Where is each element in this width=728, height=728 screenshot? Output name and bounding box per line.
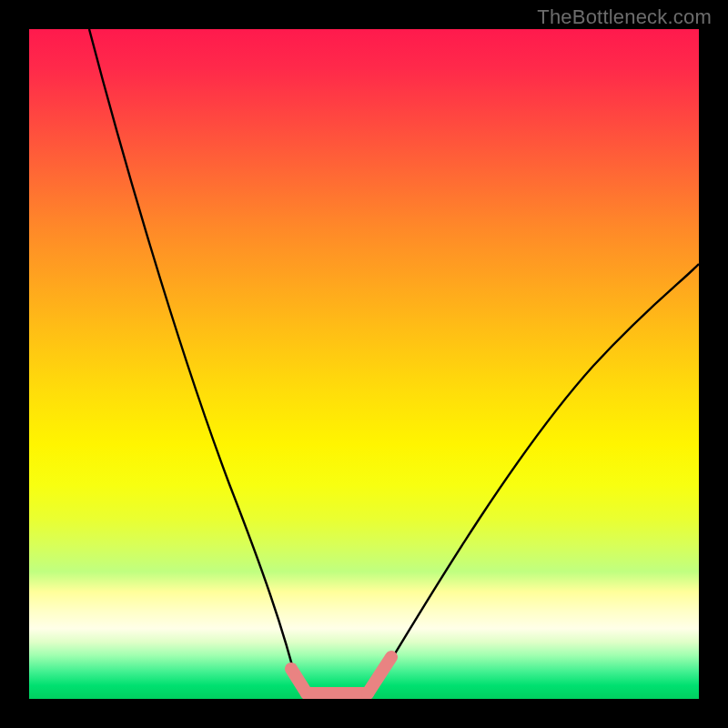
plot-area [29, 29, 699, 699]
right-curve [373, 264, 699, 690]
attribution-text: TheBottleneck.com [537, 5, 712, 29]
left-curve [89, 29, 298, 690]
curve-layer [29, 29, 699, 699]
pink-highlight-right [368, 657, 391, 693]
chart-frame: TheBottleneck.com [0, 0, 728, 728]
